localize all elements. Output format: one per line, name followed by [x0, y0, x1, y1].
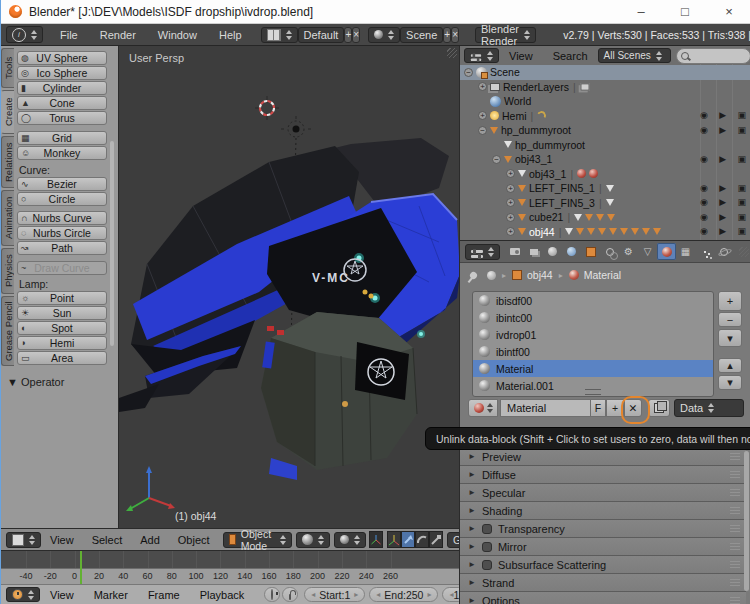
add-slot-button[interactable]: + [718, 291, 742, 311]
timeline-track[interactable] [1, 551, 459, 568]
move-slot-down-button[interactable]: ▾ [718, 375, 742, 390]
frame-start-field[interactable]: ◂ Start: 1 ▸ [304, 587, 365, 602]
render-engine-select[interactable]: Blender Render [475, 27, 536, 43]
tab-tools[interactable]: Tools [1, 48, 14, 88]
panel-drag-icon[interactable] [730, 453, 740, 460]
panel-drag-icon[interactable] [730, 561, 740, 568]
add-uv-sphere-button[interactable]: ◍UV Sphere [17, 51, 107, 65]
add-cone-button[interactable]: ▲Cone [17, 96, 107, 110]
add-point-lamp-button[interactable]: ☼Point [17, 291, 107, 305]
hide-icon[interactable]: ◉ [700, 155, 708, 164]
material-slot[interactable]: ibisdf00 [473, 292, 713, 309]
manipulator-toggle[interactable] [369, 531, 383, 548]
collapse-icon[interactable]: − [464, 68, 473, 77]
selectable-icon[interactable]: ▶ [719, 155, 726, 164]
search-input[interactable] [676, 48, 750, 64]
pin-icon[interactable] [469, 270, 479, 280]
expand-icon[interactable]: + [506, 184, 515, 193]
outliner-row-obj43-1-data[interactable]: +obj43_1| [460, 167, 750, 182]
expand-icon[interactable]: + [506, 213, 515, 222]
hide-icon[interactable]: ◉ [700, 213, 708, 222]
add-hemi-lamp-button[interactable]: ◗Hemi [17, 336, 107, 350]
tab-object-data[interactable]: ▽ [638, 243, 657, 260]
hide-icon[interactable]: ◉ [700, 198, 708, 207]
outliner-row-hp-dummyroot[interactable]: −hp_dummyroot ◉▶▣ [460, 123, 750, 138]
scale-manipulator-button[interactable] [429, 531, 443, 548]
editor-type-button[interactable]: i [6, 26, 43, 43]
fake-user-button[interactable]: F [590, 399, 606, 417]
browse-material-button[interactable] [468, 399, 498, 417]
selectable-icon[interactable]: ▶ [719, 111, 726, 120]
outliner-row-renderlayers[interactable]: +RenderLayers| [460, 80, 750, 95]
properties-scrollbar[interactable] [744, 451, 749, 591]
delete-scene-button[interactable]: × [451, 27, 459, 43]
add-area-lamp-button[interactable]: ▭Area [17, 351, 107, 365]
menu-select[interactable]: Select [83, 534, 132, 546]
maximize-button[interactable]: □ [663, 0, 707, 23]
add-nurbs-curve-button[interactable]: ∩Nurbs Curve [17, 211, 107, 225]
delete-layout-button[interactable]: × [352, 27, 360, 43]
tab-world[interactable] [562, 243, 581, 260]
selectable-icon[interactable]: ▶ [719, 227, 726, 236]
add-torus-button[interactable]: ◯Torus [17, 111, 107, 125]
menu-playback[interactable]: Playback [190, 589, 255, 601]
viewport-3d[interactable]: V-MC [119, 46, 459, 528]
panel-strand[interactable]: ►Strand [460, 573, 746, 591]
operator-panel-header[interactable]: ▼ Operator [7, 376, 64, 388]
renderable-icon[interactable]: ▣ [737, 198, 746, 207]
menu-view[interactable]: View [41, 534, 83, 546]
close-button[interactable]: × [707, 0, 750, 23]
scene-browse-button[interactable] [368, 27, 400, 43]
tab-object[interactable] [581, 243, 600, 260]
outliner-row-obj44[interactable]: +obj44| ◉▶▣ [460, 225, 750, 240]
menu-search[interactable]: Search [543, 50, 598, 62]
outliner-row-left-fin5-3[interactable]: +LEFT_FIN5_3| ◉▶▣ [460, 196, 750, 211]
tab-physics[interactable] [714, 243, 733, 260]
renderable-icon[interactable]: ▣ [737, 184, 746, 193]
tab-physics[interactable]: Physics [1, 248, 14, 294]
hide-icon[interactable]: ◉ [700, 184, 708, 193]
collapse-icon[interactable]: − [478, 126, 487, 135]
panel-mirror[interactable]: ►Mirror [460, 537, 746, 555]
frame-end-field[interactable]: ◂ End: 250 ▸ [369, 587, 438, 602]
editor-type-button[interactable] [6, 587, 40, 602]
layout-name-field[interactable]: Default [298, 27, 345, 43]
tab-modifiers[interactable]: ⚙ [619, 243, 638, 260]
expand-icon[interactable]: + [506, 198, 515, 207]
tab-render-layers[interactable] [524, 243, 543, 260]
add-layout-button[interactable]: + [344, 27, 352, 43]
tab-particles[interactable] [695, 243, 714, 260]
increment-icon[interactable]: ▸ [427, 590, 431, 599]
menu-file[interactable]: File [49, 29, 89, 41]
tab-texture[interactable]: ▦ [676, 243, 695, 260]
translate-manipulator-button[interactable] [401, 531, 415, 548]
layout-browse-button[interactable] [261, 27, 298, 43]
breadcrumb-material[interactable]: Material [584, 269, 621, 281]
panel-options[interactable]: ►Options [460, 591, 746, 604]
panel-specular[interactable]: ►Specular [460, 483, 746, 501]
menu-view[interactable]: View [40, 589, 84, 601]
current-frame-field[interactable]: ◂ 1 [442, 587, 459, 602]
hide-icon[interactable]: ◉ [700, 111, 708, 120]
tab-render[interactable] [505, 243, 524, 260]
add-circle-button[interactable]: ○Circle [17, 192, 107, 206]
increment-icon[interactable]: ▸ [354, 590, 358, 599]
tool-shelf-scrollbar[interactable] [110, 141, 114, 346]
renderable-icon[interactable]: ▣ [737, 155, 746, 164]
minimize-button[interactable]: – [619, 0, 663, 23]
panel-diffuse[interactable]: ►Diffuse [460, 465, 746, 483]
scene-icon[interactable] [487, 271, 496, 280]
outliner-row-obj43-1[interactable]: −obj43_1 ◉▶▣ [460, 152, 750, 167]
remove-slot-button[interactable]: − [718, 312, 742, 327]
hide-icon[interactable]: ◉ [700, 227, 708, 236]
axes-button[interactable] [387, 531, 401, 548]
outliner-row-cube21[interactable]: +cube21| ◉▶▣ [460, 210, 750, 225]
panel-transparency[interactable]: ►Transparency [460, 519, 746, 537]
outliner-row-hp-dummyroot-data[interactable]: hp_dummyroot [460, 138, 750, 153]
panel-shading[interactable]: ►Shading [460, 501, 746, 519]
panel-drag-icon[interactable] [730, 471, 740, 478]
dropship-model[interactable]: V-MC [119, 46, 459, 528]
region-resize-grip[interactable] [739, 247, 749, 257]
panel-drag-icon[interactable] [730, 489, 740, 496]
breadcrumb-object[interactable]: obj44 [527, 269, 553, 281]
